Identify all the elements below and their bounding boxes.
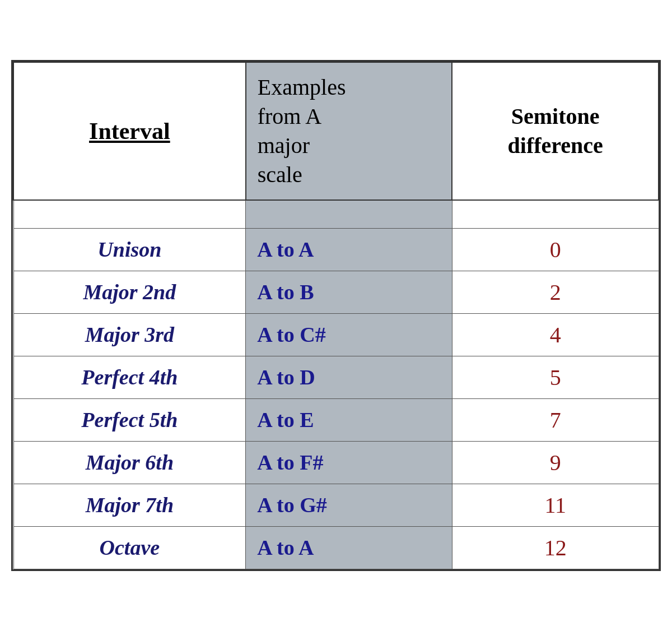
cell-semitone — [452, 200, 659, 228]
table-row: Major 3rd A to C# 4 — [13, 313, 659, 356]
table-row — [13, 200, 659, 228]
cell-examples: A to A — [246, 526, 452, 569]
cell-examples: A to A — [246, 228, 452, 271]
table-row: Perfect 4th A to D 5 — [13, 356, 659, 398]
table-row: Unison A to A 0 — [13, 228, 659, 271]
table-row: Octave A to A 12 — [13, 526, 659, 569]
cell-interval: Major 7th — [13, 484, 246, 526]
cell-semitone: 9 — [452, 441, 659, 484]
cell-examples: A to D — [246, 356, 452, 398]
cell-examples: A to F# — [246, 441, 452, 484]
table-row: Major 6th A to F# 9 — [13, 441, 659, 484]
cell-interval: Octave — [13, 526, 246, 569]
cell-examples: A to E — [246, 398, 452, 441]
cell-semitone: 4 — [452, 313, 659, 356]
cell-examples — [246, 200, 452, 228]
header-semitone: Semitonedifference — [452, 62, 659, 200]
cell-interval: Perfect 4th — [13, 356, 246, 398]
cell-interval: Perfect 5th — [13, 398, 246, 441]
cell-semitone: 2 — [452, 271, 659, 313]
cell-semitone: 12 — [452, 526, 659, 569]
table-row: Major 2nd A to B 2 — [13, 271, 659, 313]
cell-examples: A to G# — [246, 484, 452, 526]
cell-semitone: 5 — [452, 356, 659, 398]
cell-interval: Major 6th — [13, 441, 246, 484]
cell-interval: Major 3rd — [13, 313, 246, 356]
table-row: Major 7th A to G# 11 — [13, 484, 659, 526]
cell-interval: Unison — [13, 228, 246, 271]
cell-semitone: 11 — [452, 484, 659, 526]
cell-interval — [13, 200, 246, 228]
cell-examples: A to B — [246, 271, 452, 313]
header-examples: Examplesfrom Amajorscale — [246, 62, 452, 200]
cell-examples: A to C# — [246, 313, 452, 356]
table-row: Perfect 5th A to E 7 — [13, 398, 659, 441]
cell-semitone: 0 — [452, 228, 659, 271]
header-interval: Interval — [13, 62, 246, 200]
cell-semitone: 7 — [452, 398, 659, 441]
cell-interval: Major 2nd — [13, 271, 246, 313]
music-intervals-table: Interval Examplesfrom Amajorscale Semito… — [11, 60, 661, 571]
